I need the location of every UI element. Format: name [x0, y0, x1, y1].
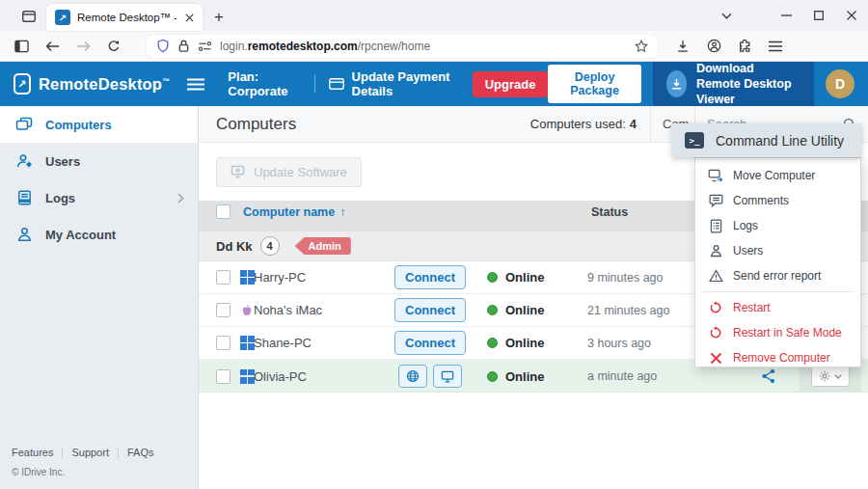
menu-item-label: Remove Computer — [733, 351, 830, 365]
online-status-dot — [487, 371, 498, 382]
sidebar-item-label: Logs — [45, 191, 75, 205]
sidebar-item-my-account[interactable]: My Account — [0, 216, 198, 253]
computer-name: Olivia-PC — [254, 369, 381, 384]
context-menu-item-send-error-report[interactable]: Send error report — [695, 263, 860, 288]
row-checkbox[interactable] — [216, 336, 231, 350]
sidebar-item-logs[interactable]: Logs — [0, 179, 198, 216]
url-text: login.remotedesktop.com/rpcnew/home — [220, 40, 627, 53]
connect-button[interactable]: Connect — [394, 298, 466, 322]
lock-icon[interactable] — [177, 39, 190, 53]
tab-close-icon[interactable] — [185, 14, 194, 22]
browser-window: ↗ Remote Desktop™ - Computers + — [0, 0, 868, 489]
footer-link-support[interactable]: Support — [63, 447, 118, 458]
browser-tab[interactable]: ↗ Remote Desktop™ - Computers — [46, 4, 203, 31]
computer-name: Shane-PC — [254, 336, 381, 350]
update-payment-link[interactable]: Update Payment Details — [329, 69, 457, 98]
deploy-package-button[interactable]: Deploy Package — [548, 65, 640, 103]
account-icon[interactable] — [700, 34, 727, 59]
firefox-view-icon[interactable] — [21, 9, 37, 24]
context-menu-item-comments[interactable]: Comments — [695, 188, 860, 213]
remotedesktop-logo-icon: ↗ — [14, 73, 31, 95]
download-icon — [666, 70, 687, 97]
share-icon[interactable] — [761, 368, 776, 384]
sidebar-item-label: Users — [45, 154, 80, 169]
computers-icon — [15, 117, 33, 132]
footer-link-features[interactable]: Features — [12, 447, 62, 458]
chevron-right-icon — [177, 193, 184, 204]
page-title: Computers — [199, 115, 296, 134]
row-checkbox[interactable] — [216, 369, 231, 384]
windows-logo-icon — [235, 270, 254, 285]
sidebar-item-computers[interactable]: Computers — [0, 106, 198, 143]
select-all-checkbox[interactable] — [216, 204, 231, 219]
permissions-icon[interactable] — [198, 41, 212, 52]
apple-logo-icon — [235, 303, 254, 318]
download-viewer-button[interactable]: DownloadRemote Desktop Viewer — [653, 62, 814, 106]
menu-item-label: Restart in Safe Mode — [733, 326, 842, 340]
url-bar[interactable]: login.remotedesktop.com/rpcnew/home — [147, 35, 658, 58]
context-menu-item-remove-computer[interactable]: Remove Computer — [695, 345, 860, 370]
sidebar: Computers Users Logs — [0, 106, 199, 489]
accessed-date: a minute ago — [583, 369, 738, 383]
group-count-badge[interactable]: 4 — [260, 236, 280, 256]
connect-button[interactable]: Connect — [394, 265, 466, 289]
context-menu-item-command-line-utility[interactable]: >_ Command Line Utility — [672, 123, 861, 157]
log-file-icon — [708, 219, 723, 233]
admin-badge: Admin — [295, 237, 351, 255]
sidebar-item-users[interactable]: Users — [0, 143, 198, 179]
credit-card-icon — [329, 78, 344, 90]
upgrade-button[interactable]: Upgrade — [473, 71, 549, 97]
app-menu-icon[interactable] — [187, 78, 204, 91]
window-controls — [710, 0, 868, 31]
new-tab-button[interactable]: + — [214, 9, 224, 25]
update-software-button[interactable]: Update Software — [216, 157, 362, 187]
downloads-icon[interactable] — [669, 34, 696, 59]
computers-used: Computers used:4 — [530, 117, 637, 131]
back-icon[interactable] — [39, 34, 66, 59]
sidebar-footer: Features Support FAQs © IDrive Inc. — [0, 447, 198, 489]
menu-item-label: Users — [733, 244, 763, 258]
header-divider — [314, 75, 315, 93]
bookmark-star-icon[interactable] — [635, 40, 648, 53]
menu-item-label: Move Computer — [733, 169, 815, 182]
extensions-icon[interactable] — [731, 34, 758, 59]
context-menu-item-restart[interactable]: Restart — [695, 295, 860, 320]
row-checkbox[interactable] — [216, 303, 231, 317]
restart-safe-icon — [708, 326, 723, 340]
column-computer-name[interactable]: Computer name↑ — [235, 205, 381, 219]
footer-link-faqs[interactable]: FAQs — [119, 447, 163, 458]
context-menu-item-users[interactable]: Users — [695, 238, 860, 263]
close-window-icon[interactable] — [835, 0, 868, 31]
menu-item-label: Logs — [733, 219, 758, 232]
monitor-icon — [441, 370, 454, 383]
context-menu-item-move-computer[interactable]: Move Computer — [695, 163, 860, 188]
windows-logo-icon — [235, 336, 254, 350]
tab-list-chevron-icon[interactable] — [710, 0, 743, 31]
tab-title: Remote Desktop™ - Computers — [77, 12, 176, 23]
minimize-icon[interactable] — [770, 0, 802, 31]
sidebar-toggle-icon[interactable] — [8, 34, 35, 59]
user-avatar[interactable]: D — [826, 69, 854, 98]
brand-name: RemoteDesktop™ — [39, 75, 170, 94]
online-status-dot — [487, 305, 498, 315]
context-menu-item-logs[interactable]: Logs — [695, 213, 860, 238]
menu-item-label: Send error report — [733, 269, 821, 283]
context-menu-item-restart-safe-mode[interactable]: Restart in Safe Mode — [695, 320, 860, 345]
reload-icon[interactable] — [100, 34, 127, 59]
remove-icon — [708, 352, 723, 365]
windows-logo-icon — [235, 369, 254, 384]
menu-item-label: Restart — [733, 301, 771, 314]
monitor-icon — [231, 165, 245, 178]
move-computer-icon — [708, 169, 723, 182]
maximize-icon[interactable] — [802, 0, 835, 31]
shield-icon[interactable] — [156, 39, 170, 53]
sidebar-item-label: My Account — [45, 228, 116, 242]
site-favicon-icon: ↗ — [55, 10, 70, 25]
desktop-connect-button[interactable] — [433, 365, 462, 388]
connect-button[interactable]: Connect — [394, 331, 466, 355]
row-checkbox[interactable] — [216, 270, 231, 285]
menu-hamburger-icon[interactable] — [762, 34, 789, 59]
web-connect-button[interactable] — [398, 365, 427, 388]
forward-icon[interactable] — [69, 34, 96, 59]
browser-toolbar: login.remotedesktop.com/rpcnew/home — [0, 31, 868, 62]
